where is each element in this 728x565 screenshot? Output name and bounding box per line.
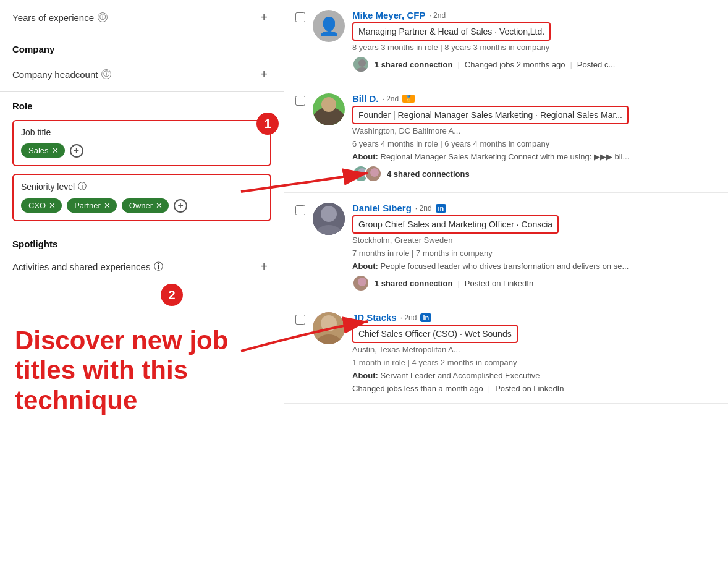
checkbox-4-wrap xyxy=(295,312,305,327)
result-card-2: Bill D. · 2nd 🏅 Founder | Regional Manag… xyxy=(284,83,728,193)
card-2-avatar xyxy=(313,93,345,125)
card-4-posted: Posted on LinkedIn xyxy=(495,384,564,393)
card-1-content: Mike Meyer, CFP · 2nd Managing Partner &… xyxy=(352,10,717,73)
conn-avatar-1 xyxy=(352,56,370,73)
activities-label: Activities and shared experiences ⓘ xyxy=(12,261,163,273)
card-3-checkbox[interactable] xyxy=(295,205,305,215)
seniority-tags-row: CXO ✕ Partner ✕ Owner ✕ + xyxy=(21,198,263,213)
card-1-name-line: Mike Meyer, CFP · 2nd xyxy=(352,10,717,20)
card-4-content: JD Stacks · 2nd in Chief Sales Officer (… xyxy=(352,312,717,393)
card-4-about: About: Servant Leader and Accomplished E… xyxy=(352,371,717,380)
years-info-icon[interactable]: ⓘ xyxy=(98,12,108,22)
card-3-avatar xyxy=(313,203,345,235)
card-2-location: Washington, DC Baltimore A... xyxy=(352,126,717,135)
card-3-duration: 7 months in role | 7 months in company xyxy=(352,249,717,258)
job-title-add-tag[interactable]: + xyxy=(70,144,83,158)
card-4-duration: 1 month in role | 4 years 2 months in co… xyxy=(352,358,717,367)
activities-info-icon[interactable]: ⓘ xyxy=(154,261,163,273)
card-1-meta: 1 shared connection | Changed jobs 2 mon… xyxy=(352,56,717,73)
card-3-content: Daniel Siberg · 2nd in Group Chief Sales… xyxy=(352,203,717,292)
sidebar: Years of experience ⓘ + Company Company … xyxy=(0,0,284,565)
result-card-3: Daniel Siberg · 2nd in Group Chief Sales… xyxy=(284,193,728,302)
seniority-info-icon[interactable]: ⓘ xyxy=(78,181,87,192)
card-4-name[interactable]: JD Stacks xyxy=(352,312,397,323)
seniority-add-tag[interactable]: + xyxy=(174,199,187,213)
owner-tag-remove[interactable]: ✕ xyxy=(156,202,163,210)
activities-row: Activities and shared experiences ⓘ + xyxy=(12,255,271,278)
card-2-conn-avatars xyxy=(352,165,382,182)
company-headcount-row: Company headcount ⓘ + xyxy=(12,67,271,82)
card-2-name[interactable]: Bill D. xyxy=(352,93,379,104)
seniority-level-box: Seniority level ⓘ CXO ✕ Partner ✕ Owner … xyxy=(12,174,271,221)
owner-tag: Owner ✕ xyxy=(122,198,169,213)
svg-point-9 xyxy=(321,206,337,222)
company-headcount-section: Company headcount ⓘ + xyxy=(0,57,284,92)
card-3-title-box: Group Chief Sales and Marketing Officer … xyxy=(352,215,559,234)
checkbox-2-wrap xyxy=(295,93,305,108)
role-heading: Role xyxy=(0,92,284,114)
years-of-experience-section: Years of experience ⓘ + xyxy=(0,0,284,35)
card-2-conn-count: 4 shared connections xyxy=(387,169,470,179)
card-4-avatar xyxy=(313,312,345,344)
conn-avatar-2b xyxy=(365,165,382,182)
result-card-4: JD Stacks · 2nd in Chief Sales Officer (… xyxy=(284,302,728,404)
role-section: Job title Sales ✕ + 1 Seniority level ⓘ xyxy=(0,114,284,230)
card-2-title: Founder | Regional Manager Sales Marketi… xyxy=(358,110,622,120)
partner-tag-remove[interactable]: ✕ xyxy=(104,202,111,210)
card-1-checkbox[interactable] xyxy=(295,12,305,22)
card-1-changed-jobs: Changed jobs 2 months ago xyxy=(465,60,565,69)
result-card-1: 👤 Mike Meyer, CFP · 2nd Managing Partner… xyxy=(284,0,728,83)
card-4-location: Austin, Texas Metropolitan A... xyxy=(352,345,717,354)
card-3-degree: · 2nd xyxy=(415,204,432,213)
card-4-degree: · 2nd xyxy=(400,313,417,322)
card-2-title-box: Founder | Regional Manager Sales Marketi… xyxy=(352,106,629,124)
card-2-checkbox[interactable] xyxy=(295,96,305,106)
spotlights-heading: Spotlights xyxy=(12,239,271,249)
checkbox-3-wrap xyxy=(295,203,305,218)
card-2-meta: 4 shared connections xyxy=(352,165,717,182)
card-3-meta: 1 shared connection | Posted on LinkedIn xyxy=(352,274,717,292)
card-3-conn-avatars xyxy=(352,274,370,292)
sales-tag-remove[interactable]: ✕ xyxy=(52,147,59,155)
card-2-duration: 6 years 4 months in role | 6 years 4 mon… xyxy=(352,139,717,148)
years-filter-label: Years of experience ⓘ xyxy=(12,12,108,23)
card-1-avatar: 👤 xyxy=(313,10,345,42)
job-title-label: Job title xyxy=(21,127,263,137)
card-3-li-badge: in xyxy=(436,204,447,213)
seniority-label: Seniority level ⓘ xyxy=(21,181,263,192)
card-4-checkbox[interactable] xyxy=(295,315,305,325)
activities-add-button[interactable]: + xyxy=(256,259,271,274)
card-3-name[interactable]: Daniel Siberg xyxy=(352,203,412,213)
years-label-text: Years of experience xyxy=(12,12,94,23)
main-panel: 👤 Mike Meyer, CFP · 2nd Managing Partner… xyxy=(284,0,728,565)
annotation-2: 2 xyxy=(161,284,183,306)
card-3-location: Stockholm, Greater Sweden xyxy=(352,236,717,245)
years-add-button[interactable]: + xyxy=(256,10,271,25)
card-4-title: Chief Sales Officer (CSO) · Wet Sounds xyxy=(358,329,512,339)
discover-text: Discover new job titles with this techni… xyxy=(15,326,269,415)
conn-avatar-3 xyxy=(352,274,370,292)
card-1-name[interactable]: Mike Meyer, CFP xyxy=(352,10,425,20)
annotation-1: 1 xyxy=(256,113,279,135)
card-1-conn-avatars xyxy=(352,56,370,73)
card-1-degree: · 2nd xyxy=(429,11,446,20)
cxo-tag-remove[interactable]: ✕ xyxy=(49,202,56,210)
card-2-about: About: Regional Manager Sales Marketing … xyxy=(352,152,717,161)
checkbox-1-wrap xyxy=(295,10,305,25)
sales-tag: Sales ✕ xyxy=(21,143,65,158)
spotlights-section: Spotlights Activities and shared experie… xyxy=(0,230,284,280)
company-headcount-label: Company headcount ⓘ xyxy=(12,69,111,80)
svg-point-12 xyxy=(358,278,366,286)
card-4-title-box: Chief Sales Officer (CSO) · Wet Sounds xyxy=(352,325,518,343)
job-title-tags-row: Sales ✕ + xyxy=(21,143,263,158)
card-2-degree: · 2nd xyxy=(383,95,399,103)
headcount-info-icon[interactable]: ⓘ xyxy=(101,69,111,79)
cxo-tag: CXO ✕ xyxy=(21,198,62,213)
svg-point-3 xyxy=(321,97,336,112)
job-title-box: Job title Sales ✕ + 1 xyxy=(12,120,271,166)
card-4-changed-jobs: Changed jobs less than a month ago xyxy=(352,384,483,393)
headcount-add-button[interactable]: + xyxy=(256,67,271,82)
annotation-2-area: 2 xyxy=(0,280,284,311)
discover-text-area: Discover new job titles with this techni… xyxy=(0,311,284,428)
headcount-label-text: Company headcount xyxy=(12,69,98,80)
